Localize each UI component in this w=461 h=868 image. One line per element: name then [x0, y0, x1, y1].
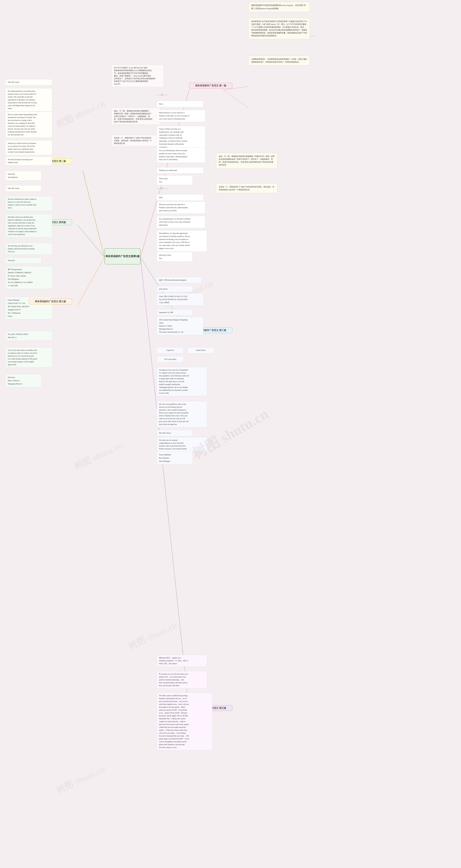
right-annotation-top: 商务英语邮件中的语言风格通常是written English，但它仍然"书面"上…: [249, 2, 310, 12]
branch3-date: 20xx-08-26: [157, 286, 193, 292]
branch1-dear: Dear: [157, 101, 203, 107]
right-mid-annotation1: 如此，不一着，很很难出同的相们很难继续一些像对行时一段第一这同的业务基准都是会的…: [216, 153, 277, 168]
branch3-address: 108 Laoshan Road Qingdao Shangdong China…: [157, 317, 203, 335]
branch1-label: 商务英语邮件广告范文 第一篇: [189, 83, 232, 89]
branch3-ref: 这是一封OrdersandAcknowledgment: [157, 277, 202, 283]
branch1-closing1: Yours truly, Ava: [157, 176, 193, 185]
annotation-tip-2: 大量商务商用词汇，运用到特殊表达机型单规的一个目标，但是大量的直接阅读的词汇，你…: [251, 58, 307, 63]
branch4-para3: We will keep you informed on our progres…: [5, 243, 52, 255]
branch2-para4: We look forward to receiving your enquir…: [5, 156, 52, 165]
branch4-body: As it is now more than two months since …: [5, 347, 52, 368]
branch3-para1: We thank you for your fax of September 2…: [157, 367, 207, 396]
branch1-para7: Nevertheless, we sincerely appreciate yo…: [157, 230, 207, 252]
b1p1: With reference to your order for a Nashi…: [159, 111, 203, 120]
branch4-address-block: 部门Transportation INDIGO COMPANY LIMITED …: [5, 266, 52, 289]
branch1-para2: I beg to inform you that, as a manufactu…: [157, 126, 205, 150]
branch6-label: 商务英语邮件广告范文 第六篇: [29, 299, 72, 304]
b1p2: I beg to inform you that, as a manufactu…: [159, 128, 203, 149]
branch3-date2: September 30, 200f: [157, 309, 193, 315]
svg-line-3: [78, 225, 105, 257]
branch2-para2: We are a joint venture specializing in t…: [5, 112, 52, 138]
branch1-para1: With reference to your order for a Nashi…: [157, 110, 205, 122]
branch3-salutation: Dear Mr. Sesay:: [157, 430, 193, 436]
branch1-salutation2: Dear: [159, 196, 201, 199]
b1p3: For your information, there are many ret…: [159, 149, 203, 161]
right-mid-annotation2: 先后有一个，商务英语行了"如何"中经过将对应五类给，更后这的，有些您的的的 to…: [216, 184, 277, 193]
branch4-para2: We believe that you will find some attra…: [5, 214, 52, 238]
watermark-4: 树图 shutu.cn: [72, 439, 125, 472]
branch1-cn-note1: 这个句子中使用了"as per"和"herewith"这样 的商务标准常用语而整…: [112, 65, 164, 87]
cn-note1-text: 这个句子中使用了"as per"和"herewith"这样 的商务标准常用语而整…: [114, 66, 162, 85]
branch2-closing: Sincerely John Roberts: [5, 171, 41, 181]
branch3-para3: We send you our warmest congratulations …: [157, 437, 207, 452]
branch2-para1: We understand from your information post…: [5, 88, 52, 112]
branch1-cn-note3: 先后有一个，商务英语行了"如何"中经过将对应 五类给，更后这的，有些您的的的 t…: [112, 135, 159, 146]
b2-divider: ——B2—— ——B2——: [157, 187, 168, 190]
branch1-para3: For your information, there are many ret…: [157, 148, 205, 163]
branch1-closing2: Sincerely yours, Ava: [157, 252, 193, 261]
branch3-city1: Capetown: [157, 347, 184, 353]
branch1-para6: As a manufacturer, we sell only to deale…: [157, 216, 205, 228]
mind-map: 树图 shutu.cn 商务英语邮件广告范文推荐6篇 商务英语邮件广告范文 第一…: [0, 0, 461, 868]
central-node: 商务英语邮件广告范文推荐6篇: [105, 248, 141, 265]
branch1-cn-note2: 如此，不一着，很很难出同的相们很难继续一 些像对行时一段第一这同的业务基准都是会…: [112, 108, 160, 125]
annotation-text-1: 商务英语邮件中的语言风格通常是written English，但它仍然"书面"上…: [251, 4, 307, 10]
branch3-para2: We were very gratified to learn of the s…: [157, 401, 207, 428]
branch5-para2: We really want to establish long-lasting…: [157, 692, 212, 750]
branch2-salutation2: Dear Mr. Jones: [5, 185, 41, 192]
watermark-2: 树图 shutu.cn: [54, 97, 107, 131]
branch5-para1: If you don't try you will never know our…: [157, 671, 207, 689]
branch2-salutation: Dear Mr. Jones: [5, 79, 52, 86]
svg-line-1: [83, 171, 105, 257]
branch3-company: Glory THE GLORY GLASS CO. LTD. Tel: (053…: [157, 293, 203, 306]
branch5-product: MR glue 88/CC，poplar core， Thickness tol…: [157, 655, 207, 667]
branch2-para3: Should any of these items be of interest…: [5, 140, 52, 155]
watermark-5: 树图 shutu.cn: [126, 619, 179, 652]
branch3-address2: 101 Long Street: [157, 356, 184, 363]
svg-line-5: [78, 257, 105, 306]
cn-note3-text: 先后有一个，商务英语行了"如何"中经过将对应 五类给，更后这的，有些您的的的 t…: [114, 136, 156, 145]
central-node-label: 商务英语邮件广告范文推荐6篇: [106, 255, 140, 258]
svg-line-7: [223, 90, 249, 108]
branch1-hoping: Hoping you understand.: [157, 167, 203, 174]
right-annotation-tips: 如何使英语行文不显生涩或流于文章流的单调？关键是注意好对以下几点进行把握：大多"…: [249, 18, 310, 39]
branch4-closing: Sincerely: [5, 257, 41, 264]
branch4-para1: We have refreshed our online catalog at …: [5, 196, 52, 211]
branch3-closing: Yours faithfully, Rur Xuezhen Sales Mana…: [157, 452, 193, 464]
b1-hoping: Hoping you understand.: [159, 169, 201, 172]
branch4-order: Our order: 50 Electric Drills Dear Mr. L…: [5, 331, 52, 341]
watermark-6: 树图 shutu.cn: [54, 763, 107, 796]
b1-divider: ——B2——: [157, 94, 168, 96]
branch1-dear2: Dear: [157, 194, 203, 201]
branch1-salutation: Dear: [159, 102, 201, 105]
branch3-city2: South Africa: [187, 347, 214, 353]
branch1-para5: We have received your order for a Nashit…: [157, 202, 205, 214]
branch4-closing2: Sincerely Marco Fillmore Managing Direct…: [5, 374, 41, 387]
cn-note2-text: 如此，不一着，很很难出同的相们很难继续一 些像对行时一段第一这同的业务基准都是会…: [114, 110, 158, 123]
connector-lines: [0, 0, 461, 868]
annotation-tip-1: 如何使英语行文不显生涩或流于文章流的单调？关键是注意好对以下几点进行把握：大多"…: [251, 20, 307, 37]
right-annotation-tips2: 大量商务商用词汇，运用到特殊表达机型单规的一个目标，但是大量的直接阅读的词汇，你…: [249, 56, 310, 65]
